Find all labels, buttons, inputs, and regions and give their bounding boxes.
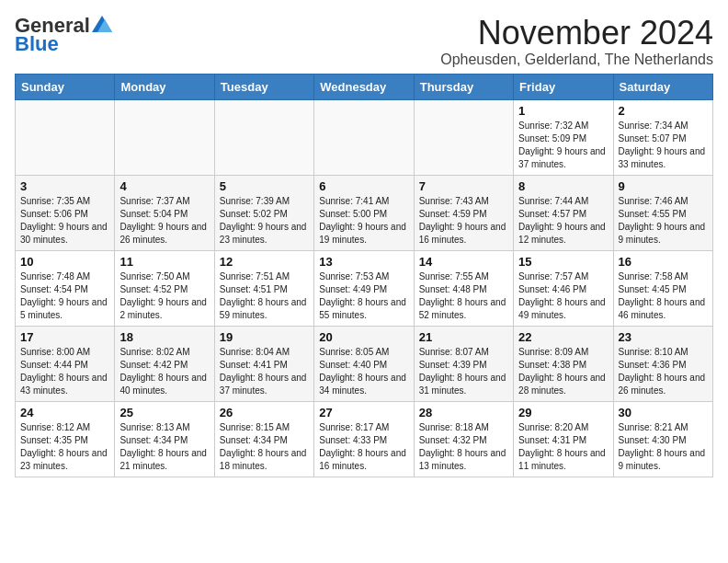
calendar-cell: 9Sunrise: 7:46 AMSunset: 4:55 PMDaylight…: [613, 175, 712, 250]
day-info: Sunrise: 7:51 AMSunset: 4:51 PMDaylight:…: [220, 270, 309, 322]
day-info: Sunrise: 8:15 AMSunset: 4:34 PMDaylight:…: [220, 421, 309, 473]
logo-icon: [92, 16, 112, 32]
calendar-cell: 22Sunrise: 8:09 AMSunset: 4:38 PMDayligh…: [514, 326, 613, 401]
day-number: 11: [119, 255, 209, 269]
calendar-cell: 25Sunrise: 8:13 AMSunset: 4:34 PMDayligh…: [115, 401, 214, 477]
day-number: 2: [619, 104, 708, 118]
day-info: Sunrise: 8:09 AMSunset: 4:38 PMDaylight:…: [518, 346, 608, 397]
day-number: 4: [119, 179, 209, 193]
calendar-cell: 4Sunrise: 7:37 AMSunset: 5:04 PMDaylight…: [115, 175, 214, 250]
day-info: Sunrise: 8:12 AMSunset: 4:35 PMDaylight:…: [20, 421, 109, 473]
calendar-cell: 5Sunrise: 7:39 AMSunset: 5:02 PMDaylight…: [214, 175, 313, 250]
day-number: 22: [518, 330, 608, 344]
calendar-cell: [115, 99, 214, 175]
day-number: 29: [518, 406, 608, 419]
weekday-header-tuesday: Tuesday: [214, 74, 313, 99]
day-number: 21: [419, 330, 508, 344]
title-area: November 2024 Opheusden, Gelderland, The…: [440, 15, 713, 68]
calendar-cell: 16Sunrise: 7:58 AMSunset: 4:45 PMDayligh…: [613, 250, 712, 326]
day-number: 23: [619, 330, 708, 344]
calendar-week-2: 3Sunrise: 7:35 AMSunset: 5:06 PMDaylight…: [16, 175, 713, 250]
calendar-cell: 3Sunrise: 7:35 AMSunset: 5:06 PMDaylight…: [16, 175, 115, 250]
calendar-cell: 28Sunrise: 8:18 AMSunset: 4:32 PMDayligh…: [414, 401, 513, 477]
day-info: Sunrise: 7:32 AMSunset: 5:09 PMDaylight:…: [518, 120, 608, 171]
day-info: Sunrise: 8:07 AMSunset: 4:39 PMDaylight:…: [419, 346, 508, 397]
calendar-cell: 27Sunrise: 8:17 AMSunset: 4:33 PMDayligh…: [314, 401, 414, 477]
day-info: Sunrise: 7:34 AMSunset: 5:07 PMDaylight:…: [619, 120, 708, 171]
day-info: Sunrise: 7:50 AMSunset: 4:52 PMDaylight:…: [119, 270, 209, 322]
day-info: Sunrise: 7:48 AMSunset: 4:54 PMDaylight:…: [20, 270, 109, 322]
day-number: 1: [518, 104, 608, 118]
calendar-cell: 14Sunrise: 7:55 AMSunset: 4:48 PMDayligh…: [414, 250, 513, 326]
day-number: 18: [119, 330, 209, 344]
day-info: Sunrise: 8:00 AMSunset: 4:44 PMDaylight:…: [20, 346, 109, 397]
day-info: Sunrise: 8:18 AMSunset: 4:32 PMDaylight:…: [419, 421, 508, 473]
calendar-cell: 8Sunrise: 7:44 AMSunset: 4:57 PMDaylight…: [514, 175, 613, 250]
day-info: Sunrise: 7:37 AMSunset: 5:04 PMDaylight:…: [119, 195, 209, 247]
weekday-header-friday: Friday: [514, 74, 613, 99]
day-info: Sunrise: 7:53 AMSunset: 4:49 PMDaylight:…: [319, 270, 408, 322]
calendar-cell: [414, 99, 513, 175]
calendar-cell: [314, 99, 414, 175]
day-number: 15: [518, 255, 608, 269]
weekday-header-wednesday: Wednesday: [314, 74, 414, 99]
calendar-week-5: 24Sunrise: 8:12 AMSunset: 4:35 PMDayligh…: [16, 401, 713, 477]
day-info: Sunrise: 8:05 AMSunset: 4:40 PMDaylight:…: [319, 346, 408, 397]
day-number: 12: [220, 255, 309, 269]
day-number: 5: [220, 179, 309, 193]
location-title: Opheusden, Gelderland, The Netherlands: [440, 52, 713, 68]
calendar-cell: 21Sunrise: 8:07 AMSunset: 4:39 PMDayligh…: [414, 326, 513, 401]
calendar-cell: 15Sunrise: 7:57 AMSunset: 4:46 PMDayligh…: [514, 250, 613, 326]
calendar-table: SundayMondayTuesdayWednesdayThursdayFrid…: [15, 74, 713, 477]
day-number: 9: [619, 179, 708, 193]
day-number: 14: [419, 255, 508, 269]
weekday-header-monday: Monday: [115, 74, 214, 99]
day-number: 25: [119, 406, 209, 419]
day-info: Sunrise: 7:43 AMSunset: 4:59 PMDaylight:…: [419, 195, 508, 247]
day-info: Sunrise: 7:58 AMSunset: 4:45 PMDaylight:…: [619, 270, 708, 322]
month-title: November 2024: [440, 15, 713, 52]
day-info: Sunrise: 7:35 AMSunset: 5:06 PMDaylight:…: [20, 195, 109, 247]
day-number: 28: [419, 406, 508, 419]
day-number: 10: [20, 255, 109, 269]
day-info: Sunrise: 8:10 AMSunset: 4:36 PMDaylight:…: [619, 346, 708, 397]
day-info: Sunrise: 7:41 AMSunset: 5:00 PMDaylight:…: [319, 195, 408, 247]
day-info: Sunrise: 8:20 AMSunset: 4:31 PMDaylight:…: [518, 421, 608, 473]
calendar-cell: 10Sunrise: 7:48 AMSunset: 4:54 PMDayligh…: [16, 250, 115, 326]
day-number: 6: [319, 179, 408, 193]
day-number: 27: [319, 406, 408, 419]
logo-blue-text: Blue: [15, 33, 59, 55]
calendar-cell: 6Sunrise: 7:41 AMSunset: 5:00 PMDaylight…: [314, 175, 414, 250]
day-number: 26: [220, 406, 309, 419]
calendar-cell: 11Sunrise: 7:50 AMSunset: 4:52 PMDayligh…: [115, 250, 214, 326]
day-info: Sunrise: 7:55 AMSunset: 4:48 PMDaylight:…: [419, 270, 508, 322]
calendar-cell: 7Sunrise: 7:43 AMSunset: 4:59 PMDaylight…: [414, 175, 513, 250]
calendar-cell: [16, 99, 115, 175]
weekday-header-sunday: Sunday: [16, 74, 115, 99]
calendar-cell: 1Sunrise: 7:32 AMSunset: 5:09 PMDaylight…: [514, 99, 613, 175]
calendar-cell: 30Sunrise: 8:21 AMSunset: 4:30 PMDayligh…: [613, 401, 712, 477]
calendar-cell: 26Sunrise: 8:15 AMSunset: 4:34 PMDayligh…: [214, 401, 313, 477]
day-number: 3: [20, 179, 109, 193]
day-number: 8: [518, 179, 608, 193]
calendar-cell: 13Sunrise: 7:53 AMSunset: 4:49 PMDayligh…: [314, 250, 414, 326]
calendar-cell: [214, 99, 313, 175]
weekday-header-thursday: Thursday: [414, 74, 513, 99]
calendar-week-1: 1Sunrise: 7:32 AMSunset: 5:09 PMDaylight…: [16, 99, 713, 175]
day-info: Sunrise: 7:46 AMSunset: 4:55 PMDaylight:…: [619, 195, 708, 247]
day-info: Sunrise: 8:17 AMSunset: 4:33 PMDaylight:…: [319, 421, 408, 473]
day-number: 30: [619, 406, 708, 419]
day-info: Sunrise: 7:39 AMSunset: 5:02 PMDaylight:…: [220, 195, 309, 247]
calendar-cell: 17Sunrise: 8:00 AMSunset: 4:44 PMDayligh…: [16, 326, 115, 401]
calendar-cell: 18Sunrise: 8:02 AMSunset: 4:42 PMDayligh…: [115, 326, 214, 401]
day-number: 24: [20, 406, 109, 419]
day-number: 13: [319, 255, 408, 269]
calendar-cell: 24Sunrise: 8:12 AMSunset: 4:35 PMDayligh…: [16, 401, 115, 477]
calendar-cell: 12Sunrise: 7:51 AMSunset: 4:51 PMDayligh…: [214, 250, 313, 326]
day-number: 7: [419, 179, 508, 193]
calendar-cell: 29Sunrise: 8:20 AMSunset: 4:31 PMDayligh…: [514, 401, 613, 477]
day-info: Sunrise: 8:13 AMSunset: 4:34 PMDaylight:…: [119, 421, 209, 473]
day-info: Sunrise: 7:44 AMSunset: 4:57 PMDaylight:…: [518, 195, 608, 247]
day-info: Sunrise: 8:04 AMSunset: 4:41 PMDaylight:…: [220, 346, 309, 397]
day-info: Sunrise: 7:57 AMSunset: 4:46 PMDaylight:…: [518, 270, 608, 322]
